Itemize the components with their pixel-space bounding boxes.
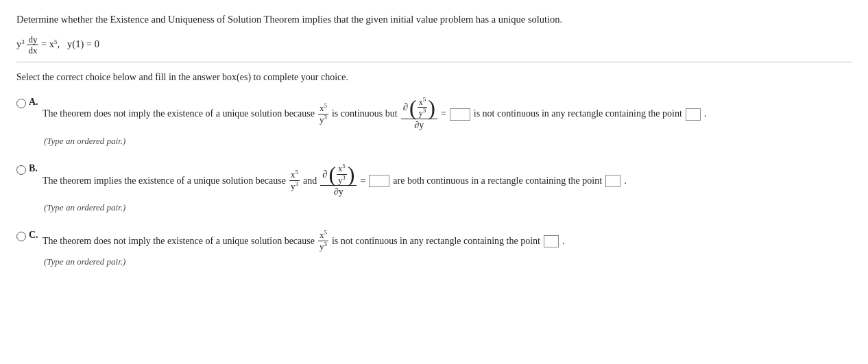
choice-a-letter: A. — [29, 97, 38, 108]
choice-a-ordered-pair-hint: (Type an ordered pair.) — [44, 136, 706, 147]
choice-a-text-after: is not continuous in any rectangle conta… — [474, 106, 682, 121]
choice-b-row: The theorem implies the existence of a u… — [43, 163, 627, 198]
choice-c-content: The theorem does not imply the existence… — [43, 230, 565, 267]
choice-b-point-input[interactable] — [605, 175, 620, 187]
choice-c-fraction: x5 y3 — [318, 230, 328, 252]
big-bracket-a: ( x5 y3 ) — [409, 97, 435, 119]
choices-container: A. The theorem does not imply the existe… — [16, 97, 852, 277]
choice-a-point-input[interactable] — [686, 108, 701, 121]
equation-text: y3 dy dx = x5, y(1) = 0 — [16, 34, 99, 56]
choice-c-point-input[interactable] — [544, 235, 559, 247]
choice-c-ordered-pair-hint: (Type an ordered pair.) — [44, 256, 565, 267]
choice-a-label: A. — [16, 97, 38, 108]
choice-b-ordered-pair-hint: (Type an ordered pair.) — [44, 202, 627, 213]
problem-container: Determine whether the Existence and Uniq… — [16, 12, 852, 277]
select-instruction: Select the correct choice below and fill… — [16, 72, 852, 83]
dy-dx-fraction: dy dx — [27, 34, 38, 56]
partial-symbol-b-num: ∂ — [322, 167, 327, 182]
choice-b-label: B. — [16, 163, 38, 175]
choice-b-partial: ∂ ( x5 y3 ) ∂y — [320, 163, 357, 198]
choice-b-text-after: are both continuous in a rectangle conta… — [393, 173, 602, 189]
choice-a-row: The theorem does not imply the existence… — [43, 97, 706, 132]
choice-a-fraction: x5 y3 — [318, 103, 328, 125]
choice-b-text-before: The theorem implies the existence of a u… — [43, 173, 286, 189]
choice-c-letter: C. — [29, 230, 38, 241]
choice-a-equals: = — [441, 106, 446, 121]
problem-statement: Determine whether the Existence and Uniq… — [16, 12, 852, 27]
equation-display: y3 dy dx = x5, y(1) = 0 — [16, 34, 852, 56]
radio-a[interactable] — [16, 99, 26, 108]
choice-b-partial-den: ∂y — [332, 186, 346, 198]
choice-b-fraction: x5 y3 — [289, 169, 300, 192]
choice-b-content: The theorem implies the existence of a u… — [43, 163, 627, 213]
choice-c-row: The theorem does not imply the existence… — [43, 230, 565, 252]
choice-c-text-before: The theorem does not imply the existence… — [43, 234, 315, 249]
big-bracket-b: ( x5 y3 ) — [329, 163, 355, 185]
choice-b-answer-input[interactable] — [369, 175, 389, 187]
radio-b[interactable] — [16, 165, 26, 175]
choice-b-letter: B. — [29, 163, 38, 174]
choice-b: B. The theorem implies the existence of … — [16, 163, 852, 213]
radio-c[interactable] — [16, 232, 26, 241]
choice-a: A. The theorem does not imply the existe… — [16, 97, 852, 147]
choice-a-text-before: The theorem does not imply the existence… — [43, 106, 315, 121]
choice-a-text-middle: is continuous but — [332, 106, 398, 121]
partial-symbol-a-num: ∂ — [403, 100, 408, 114]
choice-a-answer-input[interactable] — [450, 108, 470, 121]
choice-b-and: and — [303, 173, 317, 189]
inner-frac-b: x5 y3 — [337, 163, 347, 185]
choice-b-equals: = — [360, 173, 365, 189]
choice-a-partial: ∂ ( x5 y3 ) ∂y — [401, 97, 437, 132]
inner-frac-a: x5 y3 — [418, 97, 428, 119]
choice-c-label: C. — [16, 230, 38, 241]
choice-a-content: The theorem does not imply the existence… — [43, 97, 706, 147]
choice-a-partial-den: ∂y — [412, 119, 426, 132]
choice-a-period: . — [704, 106, 707, 121]
section-divider — [16, 62, 852, 62]
choice-c-text-after: is not continuous in any rectangle conta… — [332, 234, 540, 249]
choice-c: C. The theorem does not imply the existe… — [16, 230, 852, 267]
choice-c-period: . — [562, 234, 565, 249]
choice-b-period: . — [624, 173, 627, 189]
